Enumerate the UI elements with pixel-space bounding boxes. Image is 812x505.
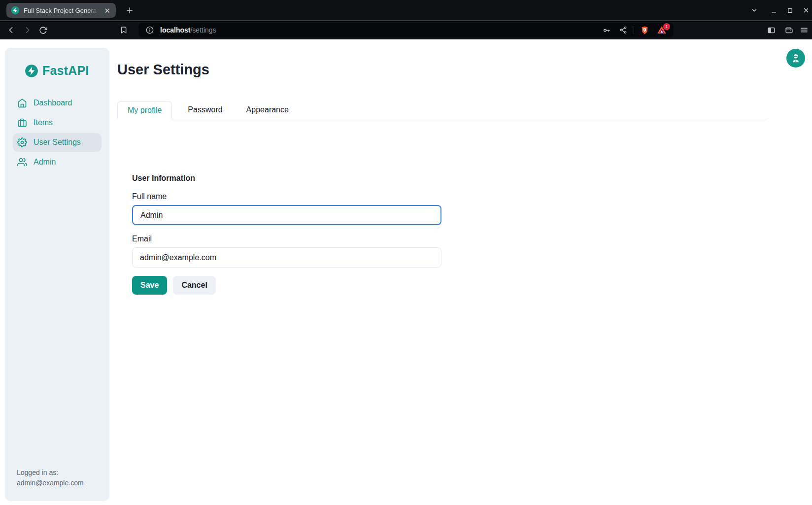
logged-in-email: admin@example.com xyxy=(17,478,102,488)
user-avatar-icon xyxy=(790,53,801,64)
browser-titlebar: Full Stack Project Genera ✕ xyxy=(0,0,812,21)
brave-shield-icon[interactable] xyxy=(638,24,651,36)
url-bar[interactable]: localhost/settings 1 xyxy=(138,23,674,37)
page-content: FastAPI Dashboard Items User Settings xyxy=(0,39,812,505)
sidebar-item-dashboard[interactable]: Dashboard xyxy=(13,94,102,112)
save-button[interactable]: Save xyxy=(132,276,167,295)
profile-form: User Information Full name Email Save Ca… xyxy=(132,174,441,295)
email-input[interactable] xyxy=(132,247,441,268)
full-name-label: Full name xyxy=(132,192,441,201)
tab-my-profile[interactable]: My profile xyxy=(117,101,172,119)
home-icon xyxy=(17,98,27,108)
tab-title: Full Stack Project Genera xyxy=(24,7,99,14)
rewards-badge: 1 xyxy=(663,23,670,30)
window-close-button[interactable] xyxy=(800,4,812,17)
users-icon xyxy=(17,157,27,167)
logged-in-label: Logged in as: xyxy=(17,468,102,478)
browser-toolbar: localhost/settings 1 xyxy=(0,21,812,39)
fastapi-favicon-icon xyxy=(11,6,20,15)
fastapi-logo[interactable]: FastAPI xyxy=(25,64,109,78)
url-path: /settings xyxy=(190,26,216,34)
sidebar-item-user-settings[interactable]: User Settings xyxy=(13,133,102,152)
back-button[interactable] xyxy=(4,23,19,37)
fastapi-logo-icon xyxy=(25,64,38,78)
settings-tabbar: My profile Password Appearance xyxy=(117,101,767,119)
form-actions: Save Cancel xyxy=(132,276,441,295)
titlebar-chevron-down-icon[interactable] xyxy=(748,4,761,17)
sidebar-item-label: Dashboard xyxy=(34,99,72,107)
section-title: User Information xyxy=(132,174,441,183)
key-icon[interactable] xyxy=(600,24,613,36)
full-name-input[interactable] xyxy=(132,205,441,225)
email-label: Email xyxy=(132,235,441,243)
sidebar-item-label: Admin xyxy=(34,158,56,167)
sidebar: FastAPI Dashboard Items User Settings xyxy=(5,48,109,501)
page-title: User Settings xyxy=(117,62,209,78)
menu-icon[interactable] xyxy=(797,23,812,37)
wallet-icon[interactable] xyxy=(781,23,796,37)
sidebar-item-items[interactable]: Items xyxy=(13,113,102,132)
sidebar-toggle-icon[interactable] xyxy=(764,23,778,37)
reload-button[interactable] xyxy=(35,23,50,37)
user-menu-button[interactable] xyxy=(786,49,805,67)
tab-password[interactable]: Password xyxy=(180,101,230,119)
gear-icon xyxy=(17,137,27,147)
site-info-icon[interactable] xyxy=(143,24,156,36)
browser-tab[interactable]: Full Stack Project Genera ✕ xyxy=(6,3,116,18)
new-tab-button[interactable] xyxy=(124,4,135,16)
browser-window: Full Stack Project Genera ✕ xyxy=(0,0,812,505)
url-host: localhost xyxy=(160,26,190,34)
window-maximize-button[interactable] xyxy=(783,4,796,17)
tab-appearance[interactable]: Appearance xyxy=(238,101,297,119)
briefcase-icon xyxy=(17,118,27,128)
toolbar-divider xyxy=(634,26,634,34)
sidebar-item-label: User Settings xyxy=(34,138,81,147)
sidebar-item-admin[interactable]: Admin xyxy=(13,153,102,171)
sidebar-item-label: Items xyxy=(34,118,53,127)
sidebar-nav: Dashboard Items User Settings Admin xyxy=(5,94,109,171)
cancel-button[interactable]: Cancel xyxy=(173,276,215,295)
bookmark-icon[interactable] xyxy=(116,23,131,37)
forward-button[interactable] xyxy=(20,23,34,37)
logo-text: FastAPI xyxy=(42,64,89,78)
window-minimize-button[interactable] xyxy=(767,4,780,17)
logged-in-info: Logged in as: admin@example.com xyxy=(17,468,102,488)
tab-close-icon[interactable]: ✕ xyxy=(103,6,111,15)
brave-rewards-button[interactable]: 1 xyxy=(655,24,669,36)
share-icon[interactable] xyxy=(617,24,630,36)
